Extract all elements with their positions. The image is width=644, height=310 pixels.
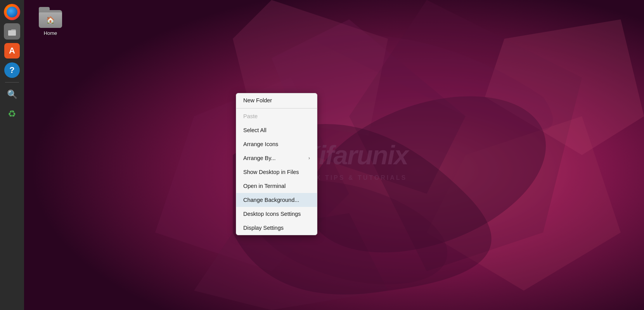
svg-rect-11 [8,31,16,36]
dock-item-files[interactable] [3,22,21,40]
dock-item-trash[interactable]: ♻ [3,105,21,123]
software-icon: A [4,43,20,59]
context-menu-item-open-terminal[interactable]: Open in Terminal [236,179,317,193]
context-menu-item-paste[interactable]: Paste [236,109,317,123]
files-icon [4,23,20,40]
context-menu-item-show-desktop[interactable]: Show Desktop in Files [236,165,317,179]
search-icon: 🔍 [4,87,20,102]
submenu-arrow-icon: › [308,155,310,161]
firefox-icon [4,4,20,20]
desktop-background-overlay [0,0,644,310]
dock-item-search[interactable]: 🔍 [3,86,21,103]
desktop-icon-home[interactable]: 🏠 Home [33,7,68,36]
home-folder-icon: 🏠 [39,7,62,28]
dock-item-help[interactable]: ? [3,61,21,79]
context-menu-item-desktop-icons-settings[interactable]: Desktop Icons Settings [236,207,317,221]
context-menu-item-arrange-by[interactable]: Arrange By... › [236,151,317,165]
dock-item-software[interactable]: A [3,42,21,60]
context-menu: New Folder Paste Select All Arrange Icon… [236,93,317,235]
dock: A ? 🔍 ♻ [0,0,24,310]
trash-icon: ♻ [4,106,20,122]
context-menu-item-arrange-icons[interactable]: Arrange Icons [236,137,317,151]
context-menu-item-change-background[interactable]: Change Background... [236,193,317,207]
dock-divider [5,82,19,83]
context-menu-separator-1 [236,108,317,108]
desktop[interactable]: Kifarunix UNIX TIPS & TUTORIALS A ? [0,0,644,310]
context-menu-item-new-folder[interactable]: New Folder [236,93,317,107]
dock-item-firefox[interactable] [3,3,21,21]
context-menu-item-select-all[interactable]: Select All [236,123,317,137]
home-folder-label: Home [44,30,57,36]
help-icon: ? [4,62,20,78]
context-menu-item-display-settings[interactable]: Display Settings [236,221,317,235]
